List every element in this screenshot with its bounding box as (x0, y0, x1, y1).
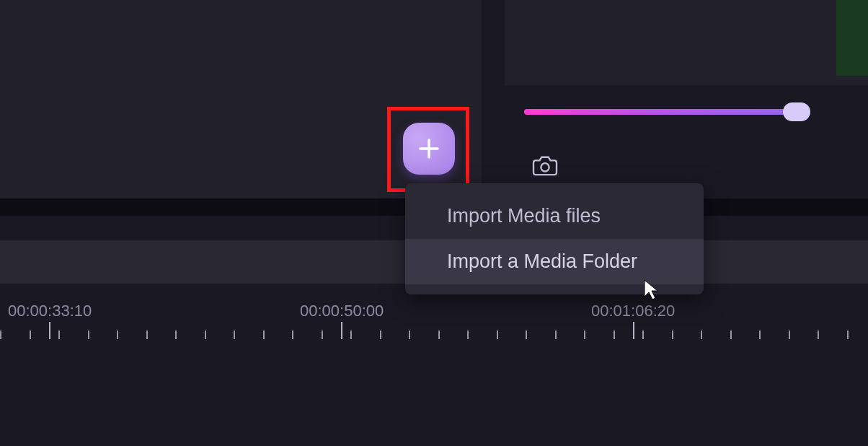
slider-track (524, 109, 807, 115)
slider-handle[interactable] (783, 102, 810, 121)
tick-minor (88, 331, 89, 339)
tick-minor (614, 331, 615, 339)
tick-minor (292, 331, 293, 339)
preview-panel (505, 0, 868, 85)
tick-minor (409, 331, 410, 339)
tick-minor (672, 331, 673, 339)
tick-minor (0, 331, 1, 339)
add-media-button[interactable] (403, 123, 455, 175)
tick-major (341, 322, 342, 339)
time-label: 00:01:06:20 (591, 302, 675, 320)
tick-minor (234, 331, 235, 339)
tick-minor (789, 331, 790, 339)
panel-divider (482, 0, 505, 198)
tick-minor (205, 331, 206, 339)
tick-minor (818, 331, 819, 339)
tick-minor (322, 331, 323, 339)
tick-minor (30, 331, 31, 339)
tick-minor (526, 331, 527, 339)
tick-minor (847, 331, 849, 339)
tick-minor (438, 331, 440, 339)
tick-minor (263, 331, 265, 339)
time-label: 00:00:33:10 (8, 302, 92, 320)
tick-minor (642, 331, 644, 339)
tick-minor (58, 331, 60, 339)
tick-major (633, 322, 634, 339)
tick-minor (555, 331, 557, 339)
tick-minor (467, 331, 469, 339)
preview-thumbnail[interactable] (836, 0, 868, 76)
tick-minor (350, 331, 352, 339)
tick-minor (759, 331, 761, 339)
tick-minor (380, 331, 381, 339)
plus-icon (415, 134, 443, 163)
tick-minor (175, 331, 177, 339)
progress-slider[interactable] (524, 102, 807, 120)
tick-minor (584, 331, 585, 339)
tick-minor (701, 331, 702, 339)
menu-item-import-files[interactable]: Import Media files (405, 193, 704, 239)
svg-point-0 (541, 163, 549, 171)
time-label: 00:00:50:00 (300, 302, 384, 320)
tick-minor (117, 331, 118, 339)
tick-minor (497, 331, 498, 339)
import-context-menu: Import Media files Import a Media Folder (405, 183, 704, 294)
tick-major (49, 322, 50, 339)
snapshot-button[interactable] (531, 154, 559, 177)
timeline-ruler[interactable]: 00:00:33:1000:00:50:0000:01:06:20 (0, 297, 868, 341)
menu-item-import-folder[interactable]: Import a Media Folder (405, 239, 704, 284)
tick-minor (730, 331, 732, 339)
tick-minor (146, 331, 148, 339)
